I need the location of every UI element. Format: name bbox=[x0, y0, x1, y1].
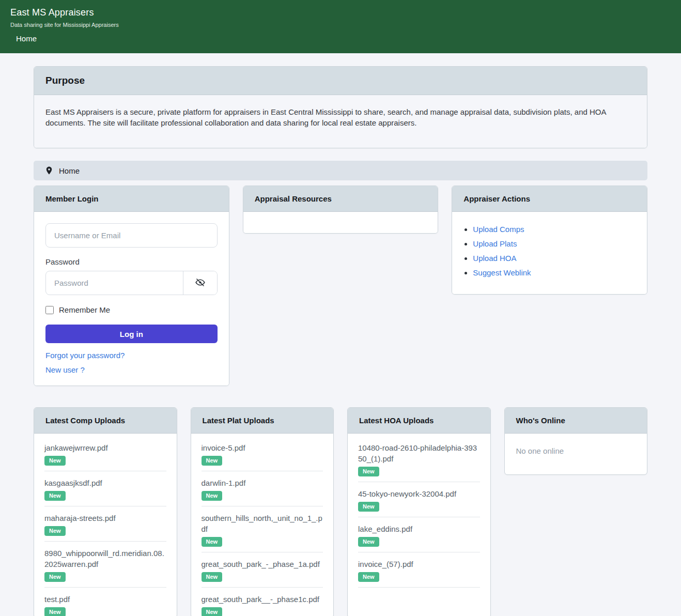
divider bbox=[202, 587, 323, 588]
new-badge: New bbox=[358, 502, 379, 512]
map-pin-icon bbox=[44, 166, 54, 175]
file-name[interactable]: test.pdf bbox=[44, 594, 166, 605]
site-header: East MS Appraisers Data sharing site for… bbox=[0, 0, 681, 53]
uploads-row: Latest Comp Uploads jankawejwrrew.pdf Ne… bbox=[34, 407, 647, 616]
divider bbox=[44, 587, 166, 588]
action-links-list: Upload Comps Upload Plats Upload HOA Sug… bbox=[463, 223, 636, 279]
login-button[interactable]: Log in bbox=[45, 325, 218, 343]
new-badge: New bbox=[202, 491, 223, 501]
main-nav: Home bbox=[10, 34, 681, 43]
new-badge: New bbox=[202, 537, 223, 547]
whos-online-body: No one online bbox=[505, 434, 647, 467]
action-link-item: Upload Comps bbox=[473, 223, 636, 236]
appraisal-resources-title: Appraisal Resources bbox=[243, 186, 438, 212]
file-item: darwlin-1.pdf New bbox=[202, 478, 323, 506]
username-input[interactable] bbox=[46, 224, 217, 247]
divider bbox=[44, 506, 166, 506]
file-item: jankawejwrrew.pdf New bbox=[44, 442, 166, 471]
toggle-password-visibility-button[interactable] bbox=[183, 271, 217, 295]
forgot-password-link[interactable]: Forgot your password? bbox=[45, 351, 218, 360]
purpose-text: East MS Appraisers is a secure, private … bbox=[34, 95, 647, 148]
file-name[interactable]: darwlin-1.pdf bbox=[202, 478, 323, 488]
new-badge: New bbox=[44, 456, 66, 466]
file-item: lake_eddins.pdf New bbox=[358, 523, 480, 552]
file-name[interactable]: invoice_(57).pdf bbox=[358, 559, 480, 569]
purpose-title: Purpose bbox=[34, 67, 647, 95]
file-item: kasgaasjksdf.pdf New bbox=[44, 478, 166, 506]
nav-item-home[interactable]: Home bbox=[10, 34, 37, 43]
password-input[interactable] bbox=[46, 271, 183, 295]
file-name[interactable]: 10480-road-2610-philadelphia-39350_(1).p… bbox=[358, 442, 480, 464]
file-item: 45-tokyo-newyork-32004.pdf New bbox=[358, 488, 480, 517]
site-title[interactable]: East MS Appraisers bbox=[10, 7, 681, 18]
appraiser-actions-title: Appraiser Actions bbox=[452, 186, 647, 212]
new-badge: New bbox=[202, 456, 223, 466]
site-subtitle: Data sharing site for Mississippi Apprai… bbox=[10, 22, 681, 28]
new-badge: New bbox=[44, 607, 66, 616]
plat-uploads-list: invoice-5.pdf New darwlin-1.pdf New sout… bbox=[191, 434, 334, 616]
latest-comp-uploads-title: Latest Comp Uploads bbox=[34, 408, 177, 434]
file-name[interactable]: 45-tokyo-newyork-32004.pdf bbox=[358, 488, 480, 499]
latest-plat-uploads-card: Latest Plat Uploads invoice-5.pdf New da… bbox=[191, 407, 334, 616]
divider bbox=[358, 482, 480, 482]
file-item: 8980_whippoorwill_rd.meridian.08.2025war… bbox=[44, 548, 166, 588]
latest-hoa-uploads-card: Latest HOA Uploads 10480-road-2610-phila… bbox=[347, 407, 491, 616]
action-link-item: Upload HOA bbox=[473, 252, 636, 265]
file-item: invoice-5.pdf New bbox=[202, 442, 323, 471]
hoa-uploads-list: 10480-road-2610-philadelphia-39350_(1).p… bbox=[348, 434, 490, 588]
file-item: maharaja-streets.pdf New bbox=[44, 513, 166, 542]
whos-online-title: Who's Online bbox=[505, 408, 647, 434]
action-link-item: Suggest Weblink bbox=[473, 266, 636, 279]
top-cards-row: Member Login Password bbox=[34, 186, 647, 386]
appraiser-actions-card: Appraiser Actions Upload Comps Upload Pl… bbox=[452, 186, 647, 295]
new-badge: New bbox=[202, 607, 223, 616]
divider bbox=[202, 506, 323, 506]
file-name[interactable]: 8980_whippoorwill_rd.meridian.08.2025war… bbox=[44, 548, 166, 569]
action-link[interactable]: Upload Comps bbox=[473, 225, 524, 234]
username-field-shell bbox=[45, 223, 218, 248]
whos-online-card: Who's Online No one online bbox=[504, 407, 648, 475]
password-label: Password bbox=[45, 257, 218, 266]
new-badge: New bbox=[44, 526, 66, 536]
file-item: test.pdf New bbox=[44, 594, 166, 616]
file-name[interactable]: invoice-5.pdf bbox=[202, 442, 323, 453]
purpose-panel: Purpose East MS Appraisers is a secure, … bbox=[34, 66, 647, 148]
file-name[interactable]: kasgaasjksdf.pdf bbox=[44, 478, 166, 488]
file-item: 10480-road-2610-philadelphia-39350_(1).p… bbox=[358, 442, 480, 482]
member-login-card: Member Login Password bbox=[34, 186, 229, 386]
action-link-item: Upload Plats bbox=[473, 237, 636, 250]
file-name[interactable]: lake_eddins.pdf bbox=[358, 523, 480, 534]
appraisal-resources-card: Appraisal Resources bbox=[243, 186, 439, 234]
latest-hoa-uploads-title: Latest HOA Uploads bbox=[348, 408, 490, 434]
divider bbox=[358, 552, 480, 552]
action-link[interactable]: Upload Plats bbox=[473, 239, 517, 248]
new-badge: New bbox=[44, 572, 66, 582]
new-badge: New bbox=[358, 537, 379, 547]
appraiser-actions-body: Upload Comps Upload Plats Upload HOA Sug… bbox=[452, 212, 647, 294]
file-name[interactable]: great_south_park__-_phase1c.pdf bbox=[202, 594, 323, 605]
appraisal-resources-body bbox=[243, 212, 438, 233]
file-name[interactable]: great_south_park_-_phase_1a.pdf bbox=[202, 559, 323, 569]
divider bbox=[202, 471, 323, 471]
new-user-link[interactable]: New user ? bbox=[45, 365, 218, 374]
file-name[interactable]: maharaja-streets.pdf bbox=[44, 513, 166, 523]
member-login-title: Member Login bbox=[34, 186, 229, 212]
new-badge: New bbox=[358, 467, 379, 476]
page-content: Purpose East MS Appraisers is a secure, … bbox=[0, 53, 681, 616]
divider bbox=[358, 517, 480, 517]
divider bbox=[44, 541, 166, 542]
breadcrumb: Home bbox=[34, 161, 647, 180]
member-login-body: Password Rem bbox=[34, 212, 229, 386]
file-name[interactable]: jankawejwrrew.pdf bbox=[44, 442, 166, 453]
comp-uploads-list: jankawejwrrew.pdf New kasgaasjksdf.pdf N… bbox=[34, 434, 177, 616]
divider bbox=[358, 587, 480, 588]
remember-me-row: Remember Me bbox=[45, 305, 218, 314]
file-item: great_south_park__-_phase1c.pdf New bbox=[202, 594, 323, 616]
new-badge: New bbox=[44, 491, 66, 501]
action-link[interactable]: Suggest Weblink bbox=[473, 268, 531, 277]
file-name[interactable]: southern_hills_north,_unit_no_1_.pdf bbox=[202, 513, 323, 534]
latest-plat-uploads-title: Latest Plat Uploads bbox=[191, 408, 334, 434]
action-link[interactable]: Upload HOA bbox=[473, 254, 516, 263]
breadcrumb-label[interactable]: Home bbox=[59, 166, 80, 175]
remember-me-checkbox[interactable] bbox=[45, 306, 54, 314]
